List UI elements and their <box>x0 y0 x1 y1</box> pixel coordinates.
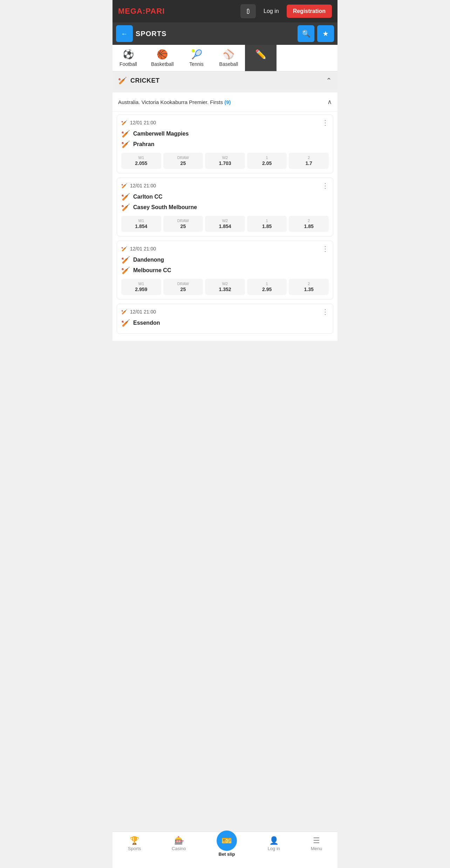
bitcoin-icon: ₿ <box>247 8 250 15</box>
league-collapse-button[interactable]: ∧ <box>327 98 332 106</box>
cricket-sport-icon: 🏏 <box>118 76 127 85</box>
team2-row: 🏏 Melbourne CC <box>121 266 329 275</box>
team1-row: 🏏 Dandenong <box>121 256 329 264</box>
tab-tennis-label: Tennis <box>189 61 203 67</box>
tab-baseball[interactable]: ⚾ Baseball <box>212 45 245 71</box>
match-time: 🏏 12/01 21:00 <box>121 246 156 252</box>
content-area: 🏏 CRICKET ⌃ Australia. Victoria Kookabur… <box>112 71 338 369</box>
cricket-match-icon: 🏏 <box>121 183 127 188</box>
team1-name: Camberwell Magpies <box>133 131 189 137</box>
team1-name: Carlton CC <box>133 194 163 200</box>
cricket-match-icon: 🏏 <box>121 120 127 125</box>
team2-row: 🏏 Casey South Melbourne <box>121 203 329 212</box>
odds-1[interactable]: 1 2.05 <box>247 153 287 169</box>
team2-name: Melbourne CC <box>133 267 171 274</box>
odds-2[interactable]: 2 1.35 <box>289 279 329 295</box>
team2-icon: 🏏 <box>121 203 130 212</box>
match-header: 🏏 12/01 21:00 ⋮ <box>121 182 329 189</box>
back-button[interactable]: ← <box>116 25 133 42</box>
tab-basketball[interactable]: 🏀 Basketball <box>144 45 181 71</box>
header: MEGA:PARI ₿ Log in Registration <box>112 0 338 22</box>
odds-row: W1 2.055 DRAW 25 W2 1.703 1 2.05 2 1.7 <box>121 153 329 169</box>
tab-basketball-label: Basketball <box>151 61 174 67</box>
odds-row: W1 1.854 DRAW 25 W2 1.854 1 1.85 2 1.8 <box>121 216 329 232</box>
tab-baseball-label: Baseball <box>219 61 238 67</box>
odds-1[interactable]: 1 2.95 <box>247 279 287 295</box>
match-more-button[interactable]: ⋮ <box>322 119 329 126</box>
match-header: 🏏 12/01 21:00 ⋮ <box>121 119 329 126</box>
star-icon: ★ <box>322 29 329 38</box>
team1-row: 🏏 Essendon <box>121 319 329 327</box>
matches-container: 🏏 12/01 21:00 ⋮ 🏏 Camberwell Magpies 🏏 P… <box>112 112 338 341</box>
tab-football-label: Football <box>120 61 137 67</box>
tab-more[interactable]: ✏️ <box>245 45 277 71</box>
match-card: 🏏 12/01 21:00 ⋮ 🏏 Essendon <box>117 304 333 334</box>
match-more-button[interactable]: ⋮ <box>322 308 329 315</box>
search-button[interactable]: 🔍 <box>298 25 314 42</box>
match-card: 🏏 12/01 21:00 ⋮ 🏏 Camberwell Magpies 🏏 P… <box>117 115 333 173</box>
logo-text1: MEGA <box>118 7 143 15</box>
match-card: 🏏 12/01 21:00 ⋮ 🏏 Dandenong 🏏 Melbourne … <box>117 241 333 299</box>
bitcoin-button[interactable]: ₿ <box>240 4 256 18</box>
section-title: CRICKET <box>130 77 322 84</box>
team2-row: 🏏 Prahran <box>121 140 329 149</box>
search-icon: 🔍 <box>302 29 311 38</box>
team1-row: 🏏 Camberwell Magpies <box>121 130 329 138</box>
sport-tabs: ⚽ Football 🏀 Basketball 🎾 Tennis ⚾ Baseb… <box>112 45 338 71</box>
section-header: 🏏 CRICKET ⌃ <box>112 71 338 90</box>
register-button[interactable]: Registration <box>287 5 332 18</box>
baseball-icon: ⚾ <box>223 49 234 60</box>
odds-draw[interactable]: DRAW 25 <box>163 279 203 295</box>
odds-row: W1 2.959 DRAW 25 W2 1.352 1 2.95 2 1.3 <box>121 279 329 295</box>
tab-tennis[interactable]: 🎾 Tennis <box>181 45 212 71</box>
odds-w2[interactable]: W2 1.352 <box>205 279 245 295</box>
odds-w2[interactable]: W2 1.854 <box>205 216 245 232</box>
odds-w1[interactable]: W1 2.055 <box>121 153 161 169</box>
header-actions: ₿ Log in Registration <box>240 4 332 18</box>
cricket-match-icon: 🏏 <box>121 309 127 315</box>
logo-text2: PARI <box>145 7 165 15</box>
team1-icon: 🏏 <box>121 193 130 201</box>
nav-title: SPORTS <box>136 30 295 38</box>
odds-2[interactable]: 2 1.7 <box>289 153 329 169</box>
basketball-icon: 🏀 <box>157 49 168 60</box>
logo: MEGA:PARI <box>118 7 165 16</box>
odds-draw[interactable]: DRAW 25 <box>163 216 203 232</box>
odds-1[interactable]: 1 1.85 <box>247 216 287 232</box>
league-header: Australia. Victoria Kookaburra Premier. … <box>112 92 338 112</box>
team2-name: Prahran <box>133 141 154 147</box>
team1-icon: 🏏 <box>121 130 130 138</box>
nav-bar: ← SPORTS 🔍 ★ <box>112 22 338 45</box>
tennis-icon: 🎾 <box>191 49 202 60</box>
league-count: (9) <box>224 99 231 105</box>
team2-name: Casey South Melbourne <box>133 204 197 211</box>
tab-football[interactable]: ⚽ Football <box>112 45 144 71</box>
match-time: 🏏 12/01 21:00 <box>121 183 156 188</box>
league-name: Australia. Victoria Kookaburra Premier. … <box>118 99 231 105</box>
team1-name: Essendon <box>133 320 160 326</box>
odds-w1[interactable]: W1 2.959 <box>121 279 161 295</box>
match-time: 🏏 12/01 21:00 <box>121 309 156 315</box>
cricket-match-icon: 🏏 <box>121 246 127 252</box>
odds-w2[interactable]: W2 1.703 <box>205 153 245 169</box>
collapse-button[interactable]: ⌃ <box>326 76 332 85</box>
odds-draw[interactable]: DRAW 25 <box>163 153 203 169</box>
match-header: 🏏 12/01 21:00 ⋮ <box>121 245 329 252</box>
odds-2[interactable]: 2 1.85 <box>289 216 329 232</box>
team2-icon: 🏏 <box>121 266 130 275</box>
more-sports-icon: ✏️ <box>255 49 266 60</box>
match-more-button[interactable]: ⋮ <box>322 245 329 252</box>
football-icon: ⚽ <box>123 49 134 60</box>
back-icon: ← <box>121 30 128 38</box>
favorites-button[interactable]: ★ <box>317 25 334 42</box>
team1-row: 🏏 Carlton CC <box>121 193 329 201</box>
team2-icon: 🏏 <box>121 140 130 149</box>
team1-icon: 🏏 <box>121 256 130 264</box>
odds-w1[interactable]: W1 1.854 <box>121 216 161 232</box>
match-more-button[interactable]: ⋮ <box>322 182 329 189</box>
match-time: 🏏 12/01 21:00 <box>121 120 156 125</box>
match-header: 🏏 12/01 21:00 ⋮ <box>121 308 329 315</box>
login-button[interactable]: Log in <box>259 5 284 17</box>
match-card: 🏏 12/01 21:00 ⋮ 🏏 Carlton CC 🏏 Casey Sou… <box>117 178 333 236</box>
team1-name: Dandenong <box>133 257 164 263</box>
